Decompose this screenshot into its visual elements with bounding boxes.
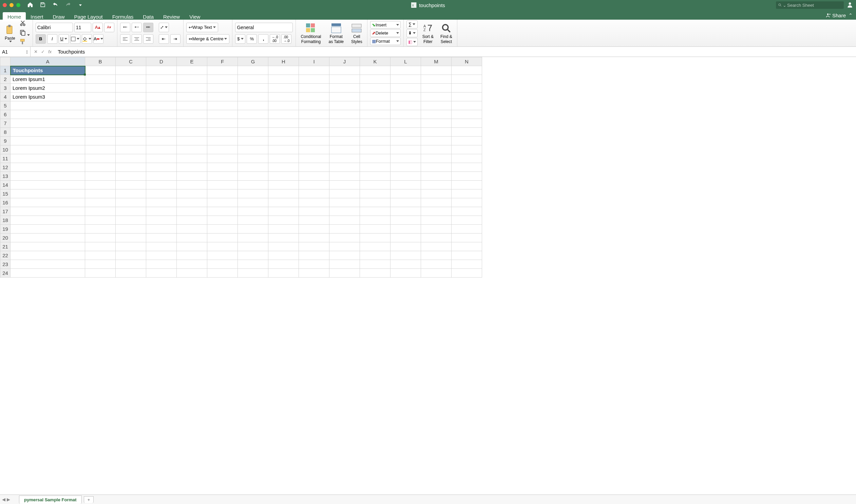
cell-H7[interactable] [268, 119, 299, 128]
cell-D16[interactable] [146, 198, 177, 207]
cell-F22[interactable] [207, 251, 238, 260]
cell-G24[interactable] [238, 269, 268, 277]
cell-B14[interactable] [85, 181, 116, 190]
cell-E4[interactable] [177, 92, 207, 101]
cell-J24[interactable] [329, 269, 360, 277]
cell-J21[interactable] [329, 242, 360, 251]
cell-F2[interactable] [207, 75, 238, 84]
cell-M24[interactable] [421, 269, 451, 277]
cell-H23[interactable] [268, 260, 299, 269]
cell-H24[interactable] [268, 269, 299, 277]
cell-E8[interactable] [177, 128, 207, 137]
cell-K14[interactable] [360, 181, 391, 190]
cell-D10[interactable] [146, 145, 177, 154]
cell-K15[interactable] [360, 190, 391, 198]
cell-F23[interactable] [207, 260, 238, 269]
search-input[interactable] [787, 3, 842, 8]
cell-L10[interactable] [391, 145, 421, 154]
search-dropdown-caret[interactable]: ⌄ [783, 3, 786, 8]
cell-J9[interactable] [329, 137, 360, 145]
cell-C18[interactable] [116, 216, 146, 225]
col-header-H[interactable]: H [268, 57, 299, 66]
cell-L11[interactable] [391, 154, 421, 163]
cell-F5[interactable] [207, 101, 238, 110]
cell-F13[interactable] [207, 172, 238, 181]
cell-C24[interactable] [116, 269, 146, 277]
cell-I13[interactable] [299, 172, 329, 181]
font-combo[interactable] [36, 23, 73, 32]
cell-F14[interactable] [207, 181, 238, 190]
cell-L19[interactable] [391, 225, 421, 234]
cell-A23[interactable] [11, 260, 85, 269]
cell-H13[interactable] [268, 172, 299, 181]
cell-I24[interactable] [299, 269, 329, 277]
cell-K17[interactable] [360, 207, 391, 216]
row-header-17[interactable]: 17 [0, 207, 11, 216]
cell-F3[interactable] [207, 84, 238, 92]
cell-J7[interactable] [329, 119, 360, 128]
cell-I15[interactable] [299, 190, 329, 198]
select-all-corner[interactable] [0, 57, 11, 66]
cell-G3[interactable] [238, 84, 268, 92]
cell-N6[interactable] [451, 110, 482, 119]
cell-J10[interactable] [329, 145, 360, 154]
row-header-8[interactable]: 8 [0, 128, 11, 137]
cell-L22[interactable] [391, 251, 421, 260]
cell-A7[interactable] [11, 119, 85, 128]
cell-L8[interactable] [391, 128, 421, 137]
increase-indent-icon[interactable]: ⇥ [170, 34, 181, 44]
underline-button[interactable]: U [59, 34, 69, 44]
share-button[interactable]: Share [825, 12, 846, 18]
cell-L2[interactable] [391, 75, 421, 84]
align-bottom-icon[interactable]: ⬵ [143, 23, 153, 32]
decrease-indent-icon[interactable]: ⇤ [159, 34, 169, 44]
cell-E10[interactable] [177, 145, 207, 154]
cell-F18[interactable] [207, 216, 238, 225]
cell-K3[interactable] [360, 84, 391, 92]
cell-K13[interactable] [360, 172, 391, 181]
cell-B4[interactable] [85, 92, 116, 101]
cell-D19[interactable] [146, 225, 177, 234]
cell-G8[interactable] [238, 128, 268, 137]
cell-I10[interactable] [299, 145, 329, 154]
cell-K19[interactable] [360, 225, 391, 234]
cell-N14[interactable] [451, 181, 482, 190]
cell-J3[interactable] [329, 84, 360, 92]
cell-H21[interactable] [268, 242, 299, 251]
cell-M22[interactable] [421, 251, 451, 260]
cell-N13[interactable] [451, 172, 482, 181]
cell-L17[interactable] [391, 207, 421, 216]
cell-J15[interactable] [329, 190, 360, 198]
row-header-18[interactable]: 18 [0, 216, 11, 225]
cell-A1[interactable]: Touchpoints [11, 66, 85, 75]
cell-N1[interactable] [451, 66, 482, 75]
col-header-L[interactable]: L [391, 57, 421, 66]
sheet-nav-next-icon[interactable]: ▶ [7, 497, 10, 502]
cell-K24[interactable] [360, 269, 391, 277]
align-center-icon[interactable] [132, 34, 142, 44]
align-top-icon[interactable]: ⬴ [120, 23, 130, 32]
cell-H18[interactable] [268, 216, 299, 225]
cell-E5[interactable] [177, 101, 207, 110]
cell-K10[interactable] [360, 145, 391, 154]
cell-N12[interactable] [451, 163, 482, 172]
cell-M23[interactable] [421, 260, 451, 269]
cell-A22[interactable] [11, 251, 85, 260]
cell-A21[interactable] [11, 242, 85, 251]
cell-C23[interactable] [116, 260, 146, 269]
cell-D20[interactable] [146, 234, 177, 242]
cell-E15[interactable] [177, 190, 207, 198]
cell-I11[interactable] [299, 154, 329, 163]
cell-C6[interactable] [116, 110, 146, 119]
cell-F10[interactable] [207, 145, 238, 154]
cell-I14[interactable] [299, 181, 329, 190]
fill-button[interactable]: ⬇ [407, 29, 418, 37]
cell-D22[interactable] [146, 251, 177, 260]
cell-C14[interactable] [116, 181, 146, 190]
cell-J22[interactable] [329, 251, 360, 260]
cell-C1[interactable] [116, 66, 146, 75]
col-header-I[interactable]: I [299, 57, 329, 66]
cell-K12[interactable] [360, 163, 391, 172]
cell-D11[interactable] [146, 154, 177, 163]
cell-E9[interactable] [177, 137, 207, 145]
